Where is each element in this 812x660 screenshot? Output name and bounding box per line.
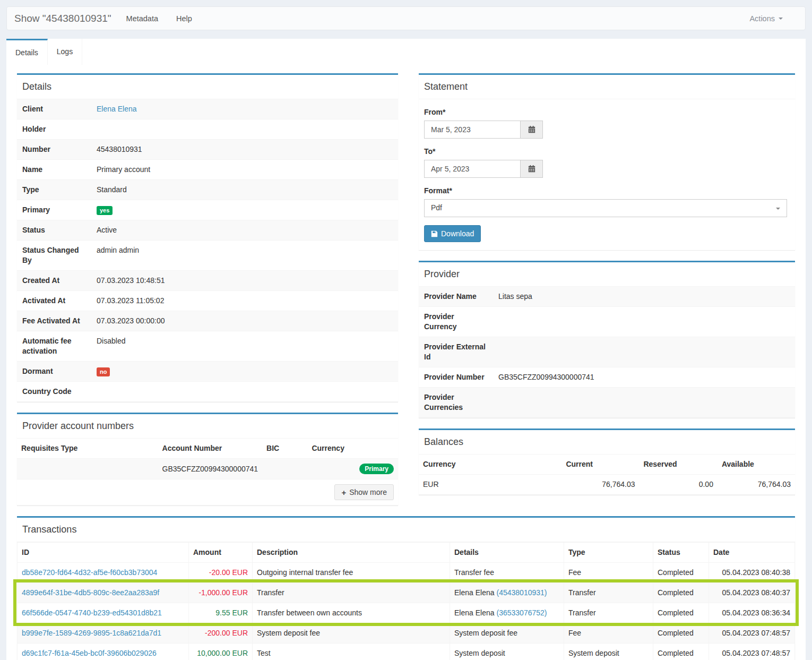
transaction-details-account-link[interactable]: (36533076752) — [497, 608, 547, 617]
detail-value: Disabled — [97, 337, 125, 345]
chevron-down-icon — [779, 18, 783, 20]
transaction-id-link[interactable]: 4899e64f-31be-4db5-809c-8ee2aa283a9f — [22, 588, 159, 597]
detail-row: Primary yes — [17, 200, 398, 220]
transaction-details: System deposit — [450, 644, 564, 660]
transaction-date: 05.04.2023 07:48:57 — [709, 623, 795, 644]
provider-table: Provider Name Litas sepa Provider Curren… — [419, 287, 795, 418]
column-type: Type — [564, 543, 653, 563]
transaction-amount: -20.00 EUR — [189, 563, 253, 583]
detail-label: Name — [17, 160, 91, 180]
transaction-date: 05.04.2023 08:36:34 — [709, 603, 795, 623]
column-account-number: Account Number — [158, 439, 263, 459]
column-details: Details — [450, 543, 564, 563]
nav-link-help[interactable]: Help — [176, 14, 192, 23]
select-caret-icon — [776, 208, 780, 210]
detail-value-cell: 07.03.2023 11:05:02 — [91, 291, 398, 311]
transaction-id-link[interactable]: d69c1fc7-f61a-45eb-bc0f-39606b029026 — [22, 649, 157, 657]
transaction-status: Completed — [653, 603, 709, 623]
transaction-details: System deposit fee — [450, 623, 564, 644]
column-bic: BIC — [262, 439, 307, 459]
detail-row: Status Changed By admin admin — [17, 241, 398, 271]
actions-label: Actions — [749, 14, 775, 23]
status-badge: yes — [97, 206, 113, 215]
balance-current: 76,764.03 — [562, 475, 639, 495]
detail-value-cell: 07.03.2023 00:00:00 — [91, 311, 398, 331]
from-field — [424, 121, 543, 139]
actions-dropdown-button[interactable]: Actions — [749, 14, 798, 23]
transaction-status: Completed — [653, 644, 709, 660]
detail-row: Dormant no — [17, 362, 398, 382]
detail-label: Fee Activated At — [17, 311, 91, 331]
main-content: Details Client Elena Elena — [6, 65, 806, 660]
requisites-type-cell — [17, 459, 158, 479]
content-sheet: Details Logs Details Clie — [6, 39, 806, 660]
provider-panel-title: Provider — [419, 262, 795, 287]
primary-badge: Primary — [359, 464, 394, 474]
transaction-description: Transfer between own accounts — [253, 603, 450, 623]
nav-link-metadata[interactable]: Metadata — [126, 14, 158, 23]
column-description: Description — [253, 543, 450, 563]
provider-row: Provider Currency — [419, 307, 795, 337]
balance-row: EUR 76,764.03 0.00 76,764.03 — [419, 475, 795, 495]
details-panel-title: Details — [17, 75, 398, 99]
to-date-input[interactable] — [424, 160, 521, 178]
transactions-panel: Transactions ID Amount Description Detai… — [17, 516, 795, 660]
provider-value: Litas sepa — [498, 292, 532, 301]
transaction-details-text: System deposit — [454, 649, 505, 657]
transaction-amount: -1,000.00 EUR — [189, 583, 253, 603]
provider-label: Provider Name — [419, 287, 493, 307]
detail-label: Status — [17, 220, 91, 241]
transaction-id-link[interactable]: 66f566de-0547-4740-b239-ed54301d8b21 — [22, 608, 162, 617]
transaction-details-text: Elena Elena — [454, 588, 495, 597]
detail-value-cell: no — [91, 362, 398, 382]
provider-row: Provider Number GB35CFZZ00994300000741 — [419, 367, 795, 388]
account-number-cell: GB35CFZZ00994300000741 — [158, 459, 263, 479]
detail-value: 07.03.2023 10:48:51 — [97, 276, 165, 285]
tab-details[interactable]: Details — [6, 39, 48, 65]
to-label: To* — [424, 147, 787, 157]
provider-label: Provider External Id — [419, 337, 493, 367]
transaction-description: Transfer — [253, 583, 450, 603]
provider-account-numbers-title: Provider account numbers — [17, 414, 398, 439]
detail-value: admin admin — [97, 246, 139, 254]
bic-cell — [262, 459, 307, 479]
column-reserved: Reserved — [639, 455, 717, 475]
provider-value-cell — [493, 388, 795, 418]
from-calendar-addon[interactable] — [521, 121, 543, 139]
to-calendar-addon[interactable] — [521, 160, 543, 178]
transaction-type: Fee — [564, 623, 653, 644]
tab-logs[interactable]: Logs — [48, 39, 82, 65]
statement-form: From* To* — [419, 99, 795, 250]
transaction-date: 05.04.2023 07:48:57 — [709, 644, 795, 660]
transaction-description: System deposit fee — [253, 623, 450, 644]
detail-value: Active — [97, 226, 117, 234]
transaction-id-link[interactable]: b999e7fe-1589-4269-9895-1c8a621da7d1 — [22, 629, 161, 637]
provider-value-cell — [493, 337, 795, 367]
details-panel: Details Client Elena Elena — [17, 73, 398, 402]
transaction-amount: -200.00 EUR — [189, 623, 253, 644]
plus-icon: + — [341, 488, 346, 496]
transaction-amount: 9.55 EUR — [189, 603, 253, 623]
show-more-button[interactable]: + Show more — [334, 484, 394, 500]
provider-value: GB35CFZZ00994300000741 — [498, 373, 594, 381]
detail-row: Created At 07.03.2023 10:48:51 — [17, 271, 398, 291]
transaction-details-account-link[interactable]: (45438010931) — [497, 588, 547, 597]
show-more-label: Show more — [349, 488, 387, 496]
statement-panel-title: Statement — [419, 75, 795, 99]
detail-label: Type — [17, 180, 91, 200]
provider-account-numbers-table: Requisites Type Account Number BIC Curre… — [17, 439, 398, 505]
transaction-details: Transfer fee — [450, 563, 564, 583]
from-date-input[interactable] — [424, 121, 521, 139]
provider-account-numbers-panel: Provider account numbers Requisites Type… — [17, 413, 398, 505]
format-select[interactable]: Pdf — [424, 199, 787, 217]
transaction-details-text: System deposit fee — [454, 629, 517, 637]
download-button[interactable]: Download — [424, 225, 481, 242]
transaction-id-link[interactable]: db58e720-fd64-4d32-af5e-f60cb3b73004 — [22, 568, 157, 577]
currency-cell — [307, 459, 355, 479]
column-badge — [355, 439, 398, 459]
transaction-row: db58e720-fd64-4d32-af5e-f60cb3b73004 -20… — [18, 563, 795, 583]
transaction-row: 66f566de-0547-4740-b239-ed54301d8b21 9.5… — [18, 603, 795, 623]
client-link[interactable]: Elena Elena — [97, 105, 137, 113]
column-requisites-type: Requisites Type — [17, 439, 158, 459]
provider-row: Provider Currencies — [419, 388, 795, 418]
